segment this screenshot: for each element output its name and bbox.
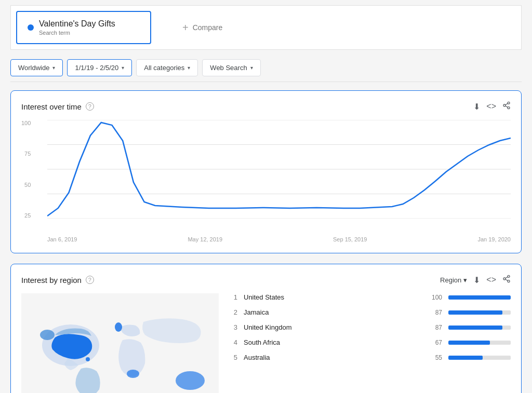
region-value: 67 [423, 339, 442, 346]
panel-actions: ⬇ <> [473, 101, 511, 112]
date-label: 1/1/19 - 2/5/20 [75, 64, 118, 72]
x-label-may2019: May 12, 2019 [188, 236, 222, 242]
chevron-down-icon: ▾ [122, 65, 124, 71]
filter-bar: Worldwide ▾ 1/1/19 - 2/5/20 ▾ All catego… [10, 54, 522, 82]
svg-line-13 [506, 279, 508, 281]
y-label-25: 25 [24, 212, 31, 219]
region-name: United Kingdom [244, 323, 417, 331]
compare-button[interactable]: + Compare [170, 15, 235, 41]
region-panel-header: Interest by region ? Region ▾ ⬇ <> [21, 275, 511, 285]
svg-line-3 [506, 106, 508, 107]
svg-point-19 [127, 370, 139, 378]
y-label-50: 50 [24, 182, 31, 188]
svg-point-2 [508, 107, 510, 109]
x-label-jan2019: Jan 6, 2019 [47, 236, 77, 242]
svg-point-0 [508, 102, 510, 104]
world-map [21, 293, 219, 393]
chart-y-labels: 100 75 50 25 [21, 120, 35, 219]
region-rank: 5 [229, 354, 237, 361]
svg-point-12 [508, 280, 510, 282]
interest-over-time-title: Interest over time [21, 102, 82, 111]
chevron-down-icon: ▾ [52, 65, 55, 71]
region-bar [448, 356, 483, 360]
svg-line-14 [506, 277, 508, 278]
region-bar-container [448, 310, 511, 315]
region-rank: 1 [229, 293, 237, 301]
region-bar-container [448, 326, 511, 330]
list-item: 4 South Africa 67 [229, 338, 511, 346]
search-card: Valentine's Day Gifts Search term + Comp… [10, 5, 522, 50]
svg-line-4 [506, 103, 508, 105]
region-bar-container [448, 295, 511, 300]
search-term-name: Valentine's Day Gifts [39, 19, 115, 29]
search-term-text: Valentine's Day Gifts Search term [39, 19, 115, 36]
download-icon[interactable]: ⬇ [473, 102, 480, 112]
share-icon[interactable] [502, 275, 511, 285]
svg-point-10 [508, 275, 510, 277]
region-value: 87 [423, 309, 442, 316]
chevron-down-icon: ▾ [188, 65, 190, 71]
region-bar [448, 295, 511, 300]
search-term-dot [28, 24, 34, 31]
interest-by-region-title: Interest by region [21, 276, 82, 284]
region-name: Jamaica [244, 308, 417, 316]
region-list: 1 United States 100 2 Jamaica 87 [229, 293, 511, 393]
region-value: 87 [423, 324, 442, 331]
interest-by-region-panel: Interest by region ? Region ▾ ⬇ <> [10, 264, 522, 393]
svg-point-17 [40, 330, 55, 340]
svg-point-1 [503, 104, 506, 106]
download-icon[interactable]: ⬇ [473, 275, 480, 285]
svg-point-21 [86, 357, 90, 361]
region-content: 1 United States 100 2 Jamaica 87 [21, 293, 511, 393]
y-label-75: 75 [24, 151, 31, 157]
svg-point-11 [503, 278, 506, 280]
compare-label: Compare [193, 23, 223, 32]
region-value: 55 [423, 354, 442, 361]
list-item: 2 Jamaica 87 [229, 308, 511, 316]
categories-filter[interactable]: All categories ▾ [136, 59, 198, 76]
region-bar [448, 310, 502, 315]
panel-title-row: Interest over time ? [21, 102, 94, 111]
region-filter-label: Region [440, 276, 461, 284]
region-value: 100 [423, 294, 442, 301]
region-panel-actions: Region ▾ ⬇ <> [440, 275, 511, 285]
chevron-down-icon: ▾ [250, 65, 253, 71]
region-bar-container [448, 356, 511, 360]
region-name: South Africa [244, 338, 417, 346]
chart-area: 100 75 50 25 [21, 120, 511, 234]
region-rank: 2 [229, 308, 237, 316]
location-label: Worldwide [18, 64, 49, 72]
svg-point-20 [176, 371, 205, 390]
chevron-down-icon: ▾ [463, 276, 467, 284]
x-label-jan2020: Jan 19, 2020 [477, 236, 511, 242]
search-term-label: Search term [39, 30, 115, 36]
svg-point-18 [115, 322, 122, 332]
region-name: United States [244, 293, 417, 301]
search-type-label: Web Search [210, 64, 247, 72]
region-rank: 3 [229, 323, 237, 331]
chart-svg-wrapper [47, 120, 511, 219]
chart-x-labels: Jan 6, 2019 May 12, 2019 Sep 15, 2019 Ja… [21, 236, 511, 242]
x-label-sep2019: Sep 15, 2019 [333, 236, 367, 242]
help-icon[interactable]: ? [86, 102, 94, 111]
list-item: 3 United Kingdom 87 [229, 323, 511, 331]
list-item: 1 United States 100 [229, 293, 511, 301]
region-title-row: Interest by region ? [21, 276, 94, 284]
plus-icon: + [182, 22, 189, 34]
search-type-filter[interactable]: Web Search ▾ [202, 59, 260, 76]
interest-over-time-panel: Interest over time ? ⬇ <> 100 75 [10, 90, 522, 253]
region-filter-dropdown[interactable]: Region ▾ [440, 276, 467, 284]
embed-icon[interactable]: <> [486, 102, 496, 111]
panel-header: Interest over time ? ⬇ <> [21, 101, 511, 112]
region-name: Australia [244, 354, 417, 361]
help-icon[interactable]: ? [86, 276, 94, 284]
region-rank: 4 [229, 338, 237, 346]
categories-label: All categories [144, 64, 184, 72]
region-bar [448, 326, 502, 330]
page-wrapper: Valentine's Day Gifts Search term + Comp… [0, 0, 532, 393]
location-filter[interactable]: Worldwide ▾ [10, 59, 63, 76]
share-icon[interactable] [502, 101, 511, 112]
date-filter[interactable]: 1/1/19 - 2/5/20 ▾ [67, 59, 132, 76]
y-label-100: 100 [21, 120, 31, 126]
embed-icon[interactable]: <> [486, 275, 496, 284]
